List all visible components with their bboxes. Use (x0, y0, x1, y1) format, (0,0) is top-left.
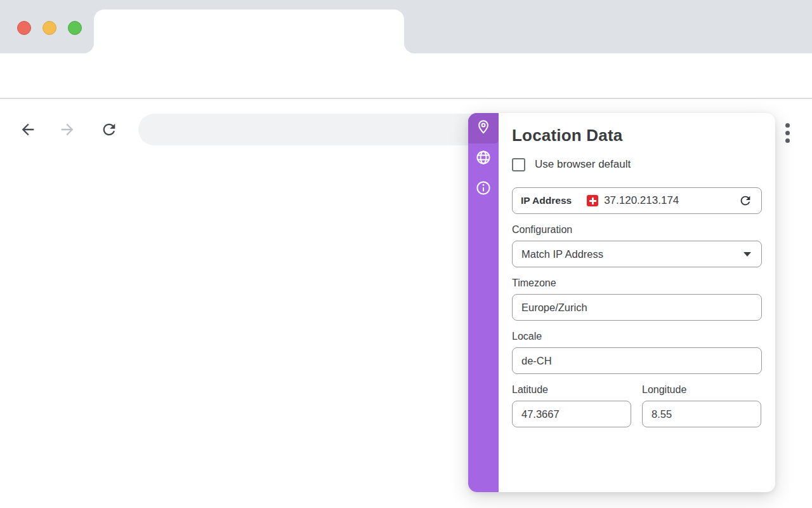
longitude-input[interactable] (642, 401, 761, 427)
locale-input[interactable] (512, 347, 762, 374)
forward-icon[interactable] (58, 121, 76, 138)
globe-icon (475, 149, 492, 168)
configuration-label: Configuration (512, 224, 762, 236)
coordinates-row: Latitude Longitude (512, 374, 762, 427)
longitude-label: Longitude (642, 384, 761, 396)
back-icon[interactable] (19, 121, 37, 138)
reload-icon[interactable] (100, 121, 118, 138)
sidebar-tab-browser[interactable] (468, 144, 499, 174)
ip-address-label: IP Address (521, 195, 572, 206)
panel-sidebar (468, 113, 499, 492)
ip-address-box: IP Address 37.120.213.174 (512, 187, 762, 214)
use-browser-default-checkbox[interactable] (512, 158, 525, 171)
location-pin-icon (475, 119, 492, 138)
locale-label: Locale (512, 331, 762, 342)
browser-menu-icon[interactable] (780, 119, 794, 146)
sidebar-tab-location[interactable] (468, 113, 499, 144)
window-minimize-button[interactable] (43, 21, 56, 35)
configuration-select[interactable]: Match IP Address (512, 241, 762, 267)
use-browser-default-label: Use browser default (535, 158, 631, 171)
panel-content: Location Data Use browser default IP Add… (499, 113, 775, 492)
switzerland-flag-icon (587, 195, 598, 206)
location-data-panel: Location Data Use browser default IP Add… (468, 113, 775, 492)
tab-strip (0, 0, 812, 53)
use-browser-default-row[interactable]: Use browser default (512, 156, 762, 173)
ip-refresh-icon[interactable] (738, 193, 753, 208)
timezone-input[interactable] (512, 294, 762, 321)
latitude-label: Latitude (512, 384, 631, 396)
window-close-button[interactable] (17, 21, 31, 35)
browser-tab[interactable] (94, 10, 404, 53)
window-maximize-button[interactable] (68, 21, 82, 35)
info-icon (475, 180, 492, 199)
ip-address-value: 37.120.213.174 (604, 194, 679, 207)
sidebar-tab-info[interactable] (468, 174, 499, 204)
configuration-selected-value: Match IP Address (521, 248, 603, 260)
latitude-input[interactable] (512, 401, 631, 427)
timezone-label: Timezone (512, 277, 762, 289)
page-title: Location Data (512, 126, 762, 145)
chevron-down-icon (743, 252, 751, 257)
browser-toolbar (0, 53, 812, 99)
